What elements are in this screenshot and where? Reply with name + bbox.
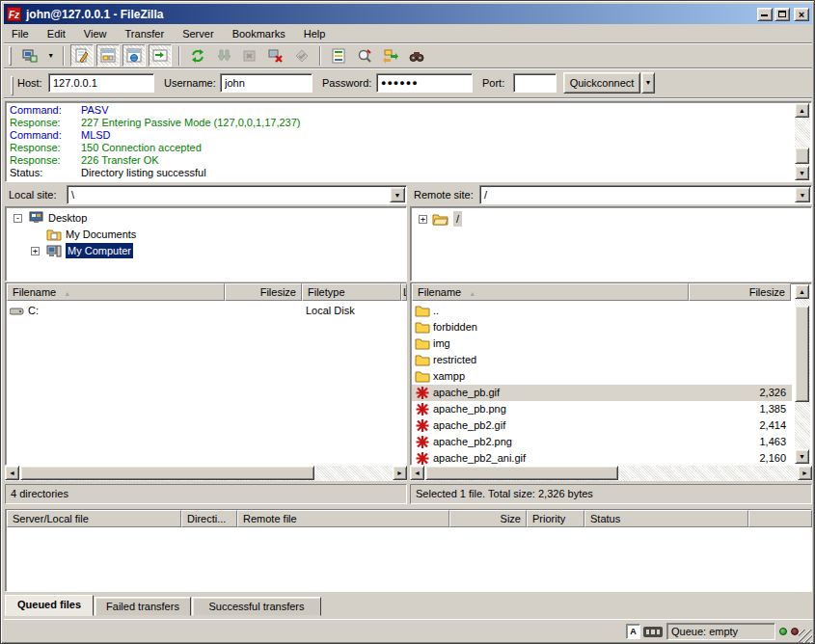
menu-view[interactable]: View [76,25,115,42]
menu-edit[interactable]: Edit [40,25,73,42]
column-header-server-local-file[interactable]: Server/Local file [7,510,181,527]
scroll-up-button[interactable]: ▲ [795,284,809,299]
file-row[interactable]: apache_pb2.png 1,463 [412,434,792,450]
quickconnect-dropdown-button[interactable]: ▼ [641,72,655,94]
cancel-operation-button[interactable] [238,44,261,67]
column-label: Size [501,513,521,524]
quickconnect-grip[interactable] [11,76,14,95]
status-bar: A Queue: empty [4,619,813,644]
reconnect-button[interactable] [290,44,313,67]
minimize-button[interactable] [757,8,773,21]
column-header-remote-file[interactable]: Remote file [237,510,449,527]
file-row[interactable]: xampp [412,368,792,385]
menu-transfer[interactable]: Transfer [118,25,173,42]
column-header-direction[interactable]: Directi... [181,510,237,527]
scrollbar-thumb[interactable] [425,466,618,480]
column-header-filename[interactable]: Filename▲ [7,283,225,301]
file-row[interactable]: restricted [412,352,792,368]
toggle-transfer-queue-button[interactable] [149,44,172,67]
file-row-selected[interactable]: apache_pb.gif 2,326 [412,385,792,401]
local-list-hscrollbar[interactable]: ◄ ► [5,466,407,481]
column-header-priority[interactable]: Priority [527,510,584,527]
refresh-button[interactable] [186,44,209,67]
transfer-type-icon[interactable]: A [626,624,640,639]
directory-comparison-button[interactable] [353,44,376,67]
filezilla-window: Fz john@127.0.0.1 - FileZilla × File Edi… [0,0,815,644]
filter-button[interactable] [327,44,350,67]
queue-status: Queue: empty [666,623,775,640]
scroll-left-button[interactable]: ◄ [5,466,19,480]
reconnect-icon [294,48,310,64]
filezilla-logo-icon[interactable]: Fz [7,7,21,21]
local-site-dropdown-button[interactable]: ▼ [390,187,405,202]
menu-help[interactable]: Help [296,25,334,42]
scroll-left-button[interactable]: ◄ [410,466,424,480]
menu-file[interactable]: File [4,25,37,42]
disconnect-icon [268,48,284,64]
scroll-right-button[interactable]: ► [798,466,812,480]
file-row[interactable]: apache_pb.png 1,385 [412,401,792,417]
tab-queued-files[interactable]: Queued files [5,595,94,616]
file-row[interactable]: img [412,335,792,352]
toolbar-grip[interactable] [9,46,12,66]
disconnect-button[interactable] [264,44,287,67]
scrollbar-thumb[interactable] [795,148,809,164]
scroll-up-button[interactable]: ▲ [795,103,809,118]
menu-bookmarks[interactable]: Bookmarks [225,25,293,42]
column-label: Filetype [308,286,345,298]
toggle-local-tree-button[interactable] [96,44,120,67]
site-manager-dropdown-button[interactable]: ▼ [44,44,57,67]
scrollbar-thumb[interactable] [20,466,314,480]
resize-grip[interactable] [799,630,812,643]
log-scrollbar[interactable]: ▲ ▼ [795,103,810,180]
synchronized-browsing-button[interactable] [379,44,402,67]
toggle-remote-tree-button[interactable] [122,44,146,67]
scrollbar-thumb[interactable] [795,306,809,402]
process-queue-button[interactable] [212,44,235,67]
file-row[interactable]: apache_pb2.gif 2,414 [412,417,792,434]
remote-list-hscrollbar[interactable]: ◄ ► [410,466,812,481]
file-row[interactable]: .. [412,303,792,319]
column-header-status[interactable]: Status [584,510,748,527]
image-file-icon [415,386,430,400]
column-header-filetype[interactable]: Filetype [302,283,401,301]
close-button[interactable]: × [794,8,809,21]
menu-server[interactable]: Server [175,25,221,42]
file-row[interactable]: apache_pb2_ani.gif 2,160 [412,450,792,467]
maximize-button[interactable] [774,8,790,21]
column-header-filesize[interactable]: Filesize [689,283,791,301]
tree-item-desktop[interactable]: - Desktop [6,210,406,227]
log-line: Status:Directory listing successful [6,167,811,179]
local-site-combobox[interactable]: \ ▼ [67,185,407,204]
tab-successful-transfers[interactable]: Successful transfers [192,597,321,616]
tree-item-my-documents[interactable]: My Documents [6,227,406,243]
expand-box[interactable]: + [419,215,427,224]
remote-site-combobox[interactable]: / ▼ [479,185,812,204]
column-header-filename[interactable]: Filename▲ [412,283,689,301]
binary-indicator-icon[interactable] [643,627,663,637]
tree-item-root[interactable]: + / [411,211,811,228]
column-header-filesize[interactable]: Filesize [225,283,302,301]
scroll-right-button[interactable]: ► [393,466,407,480]
site-manager-button[interactable] [18,44,41,67]
username-input[interactable] [220,73,312,93]
collapse-box[interactable]: - [14,214,22,223]
column-header-last-modified[interactable]: L [401,283,407,301]
tab-failed-transfers[interactable]: Failed transfers [95,597,191,616]
port-input[interactable] [513,73,557,93]
tree-item-my-computer[interactable]: + My Computer [6,243,406,259]
password-input[interactable] [376,73,473,93]
expand-box[interactable]: + [31,247,40,255]
remote-site-dropdown-button[interactable]: ▼ [795,187,810,202]
quickconnect-button[interactable]: Quickconnect [563,72,640,94]
column-header-size[interactable]: Size [449,510,527,527]
scroll-down-button[interactable]: ▼ [795,449,809,464]
find-files-button[interactable] [405,44,428,67]
remote-list-vscrollbar[interactable]: ▲ ▼ [795,284,810,464]
file-row[interactable]: forbidden [412,319,792,335]
host-input[interactable] [48,73,154,93]
toggle-message-log-button[interactable] [70,44,94,67]
scroll-down-button[interactable]: ▼ [795,166,809,180]
username-label: Username: [164,73,216,93]
file-row[interactable]: C: Local Disk [7,303,406,319]
